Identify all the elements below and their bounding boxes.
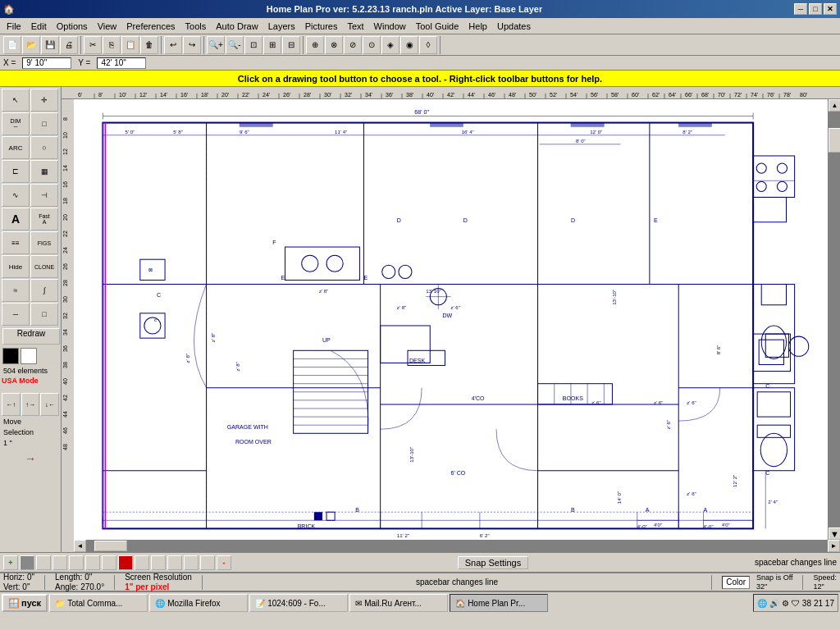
add-snap-button[interactable]: + (3, 555, 18, 570)
zoom-out-button[interactable]: 🔍- (226, 36, 244, 54)
figs-button[interactable]: FIGS (30, 231, 58, 254)
zoom-fit-button[interactable]: ⊡ (244, 36, 262, 54)
menu-view[interactable]: View (93, 20, 122, 33)
menu-help[interactable]: Help (463, 20, 492, 33)
snap-btn-12[interactable] (200, 555, 215, 570)
circle-button[interactable]: ○ (30, 136, 58, 159)
scroll-up-button[interactable]: ▲ (829, 99, 840, 112)
toolbar-tool2[interactable]: ⊗ (325, 36, 343, 54)
move-btn2[interactable]: ↑→ (21, 393, 40, 416)
save-button[interactable]: 💾 (41, 36, 59, 54)
select-arrow-button[interactable]: ↖ (2, 89, 30, 112)
tool-line2[interactable]: ─ (2, 303, 30, 326)
close-button[interactable]: ✕ (824, 3, 837, 15)
fast-text-button[interactable]: FastA (30, 208, 58, 231)
redraw-button[interactable]: Redraw (2, 328, 60, 345)
v-scroll-thumb[interactable] (829, 128, 840, 153)
remove-snap-button[interactable]: - (217, 555, 231, 570)
v-scroll-track[interactable]: ▼ (829, 112, 840, 540)
snap-btn-3[interactable] (52, 555, 67, 570)
dim-button[interactable]: DIM─ (2, 112, 30, 135)
delete-button[interactable]: 🗑 (140, 36, 158, 54)
menu-window[interactable]: Window (369, 20, 411, 33)
svg-text:60': 60' (632, 92, 639, 98)
move-btn3[interactable]: ↓← (40, 393, 59, 416)
cut-button[interactable]: ✂ (84, 36, 102, 54)
menu-file[interactable]: File (2, 20, 26, 33)
toolbar-tool3[interactable]: ⊘ (344, 36, 362, 54)
toolbar-tool5[interactable]: ◈ (381, 36, 399, 54)
toolbar-tool7[interactable]: ◊ (419, 36, 437, 54)
zoom-select-button[interactable]: ⊞ (263, 36, 281, 54)
h-scroll-track[interactable] (86, 540, 828, 552)
new-button[interactable]: 📄 (3, 36, 21, 54)
tool-wave[interactable]: ≈ (2, 279, 30, 302)
redo-button[interactable]: ↪ (183, 36, 201, 54)
h-scroll-thumb[interactable] (94, 541, 127, 551)
curve-button[interactable]: ∫ (30, 279, 58, 302)
menu-layers[interactable]: Layers (263, 20, 300, 33)
menu-tools[interactable]: Tools (180, 20, 212, 33)
snap-btn-7[interactable] (118, 555, 133, 570)
x-coord[interactable] (22, 57, 71, 69)
menu-text[interactable]: Text (342, 20, 368, 33)
select-cross-button[interactable]: ✛ (30, 89, 58, 112)
minimize-button[interactable]: ─ (794, 3, 807, 15)
start-button[interactable]: 🪟 пуск (2, 594, 48, 612)
open-button[interactable]: 📂 (22, 36, 40, 54)
print-button[interactable]: 🖨 (60, 36, 78, 54)
move-button[interactable]: ←↑ (2, 393, 21, 416)
maximize-button[interactable]: □ (809, 3, 822, 15)
snap-btn-4[interactable] (69, 555, 84, 570)
menu-toolguide[interactable]: Tool Guide (411, 20, 464, 33)
paste-button[interactable]: 📋 (121, 36, 139, 54)
svg-text:4'-0": 4'-0" (637, 524, 647, 529)
toolbar-tool6[interactable]: ◉ (400, 36, 418, 54)
menu-preferences[interactable]: Preferences (121, 20, 180, 33)
menu-updates[interactable]: Updates (492, 20, 536, 33)
blueprint-canvas[interactable]: .bp { stroke: #00008b; fill: none; strok… (74, 99, 828, 552)
copy-button[interactable]: ⎘ (103, 36, 121, 54)
tool-floor[interactable]: ▦ (30, 160, 58, 183)
text-button[interactable]: A (2, 208, 30, 231)
rectangle-button[interactable]: □ (30, 112, 58, 135)
snap-settings-button[interactable]: Snap Settings (458, 556, 529, 569)
snap-btn-8[interactable] (135, 555, 149, 570)
toolbar-tool4[interactable]: ⊙ (363, 36, 381, 54)
scroll-right-button[interactable]: ► (828, 540, 840, 552)
taskbar-forum[interactable]: 📝 1024:609 - Fo... (249, 594, 348, 612)
snap-btn-9[interactable] (151, 555, 166, 570)
undo-button[interactable]: ↩ (164, 36, 182, 54)
tool-line[interactable]: ∿ (2, 184, 30, 207)
color-button[interactable]: Color (722, 576, 750, 589)
snap-btn-10[interactable] (167, 555, 182, 570)
taskbar-homeplan[interactable]: 🏠 Home Plan Pr... (450, 594, 548, 612)
y-coord[interactable] (97, 57, 146, 69)
scroll-down-button[interactable]: ▼ (829, 527, 840, 540)
snap-btn-6[interactable] (102, 555, 116, 570)
menu-autodraw[interactable]: Auto Draw (211, 20, 262, 33)
hide-button[interactable]: Hide (2, 255, 30, 278)
snap-btn-2[interactable] (36, 555, 51, 570)
drawing-area[interactable]: 6' 8' 10' 12' 14' 16' 18' 20' 22' 24' 26… (62, 87, 840, 552)
snap-btn-5[interactable] (85, 555, 100, 570)
snap-btn-1[interactable] (20, 555, 34, 570)
menu-edit[interactable]: Edit (26, 20, 52, 33)
tool-rect2[interactable]: □ (30, 303, 58, 326)
menu-pictures[interactable]: Pictures (300, 20, 343, 33)
clone-button[interactable]: CLONE (30, 255, 58, 278)
taskbar-total-commander[interactable]: 📁 Total Comma... (49, 594, 148, 612)
tool-measure[interactable]: ⊣ (30, 184, 58, 207)
snap-btn-11[interactable] (184, 555, 199, 570)
taskbar-firefox[interactable]: 🌐 Mozilla Firefox (149, 594, 248, 612)
tool-wall[interactable]: ⊏ (2, 160, 30, 183)
taskbar-mail[interactable]: ✉ Mail.Ru Агент... (349, 594, 448, 612)
scroll-left-button[interactable]: ◄ (74, 540, 86, 552)
menu-options[interactable]: Options (52, 20, 93, 33)
zoom-in-button[interactable]: 🔍+ (207, 36, 225, 54)
zoom-prev-button[interactable]: ⊟ (282, 36, 300, 54)
svg-text:12': 12' (139, 92, 147, 98)
toolbar-tool1[interactable]: ⊕ (306, 36, 324, 54)
tool-hatch[interactable]: ≡≡ (2, 231, 30, 254)
arc-button[interactable]: ARC (2, 136, 30, 159)
